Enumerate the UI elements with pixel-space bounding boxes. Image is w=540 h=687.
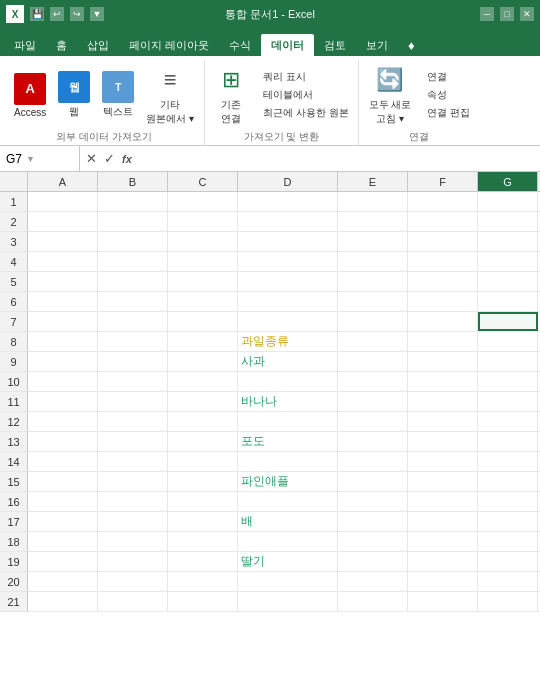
cell-B9[interactable] (98, 352, 168, 371)
minimize-btn[interactable]: ─ (480, 7, 494, 21)
tab-file[interactable]: 파일 (4, 34, 46, 56)
cell-B16[interactable] (98, 492, 168, 511)
maximize-btn[interactable]: □ (500, 7, 514, 21)
cell-E2[interactable] (338, 212, 408, 231)
cell-D16[interactable] (238, 492, 338, 511)
row-header-12[interactable]: 12 (0, 412, 28, 432)
cell-F15[interactable] (408, 472, 478, 491)
row-header-14[interactable]: 14 (0, 452, 28, 472)
cell-A20[interactable] (28, 572, 98, 591)
cell-F1[interactable] (408, 192, 478, 211)
cell-G4[interactable] (478, 252, 538, 271)
cell-C2[interactable] (168, 212, 238, 231)
col-header-d[interactable]: D (238, 172, 338, 191)
cell-B3[interactable] (98, 232, 168, 251)
col-header-b[interactable]: B (98, 172, 168, 191)
cell-C18[interactable] (168, 532, 238, 551)
cell-reference-box[interactable]: G7 ▼ (0, 146, 80, 171)
cell-B2[interactable] (98, 212, 168, 231)
cell-D12[interactable] (238, 412, 338, 431)
tab-data[interactable]: 데이터 (261, 34, 314, 56)
cell-D21[interactable] (238, 592, 338, 611)
cell-B10[interactable] (98, 372, 168, 391)
cell-B12[interactable] (98, 412, 168, 431)
cell-A11[interactable] (28, 392, 98, 411)
cell-D5[interactable] (238, 272, 338, 291)
cell-E12[interactable] (338, 412, 408, 431)
cell-F20[interactable] (408, 572, 478, 591)
cell-C1[interactable] (168, 192, 238, 211)
cell-G9[interactable] (478, 352, 538, 371)
cell-G2[interactable] (478, 212, 538, 231)
cell-E6[interactable] (338, 292, 408, 311)
cell-E17[interactable] (338, 512, 408, 531)
cell-C8[interactable] (168, 332, 238, 351)
col-header-g[interactable]: G (478, 172, 538, 191)
cell-A21[interactable] (28, 592, 98, 611)
cell-F9[interactable] (408, 352, 478, 371)
col-header-e[interactable]: E (338, 172, 408, 191)
cell-G17[interactable] (478, 512, 538, 531)
tab-page-layout[interactable]: 페이지 레이아웃 (119, 34, 219, 56)
cell-D19[interactable]: 딸기 (238, 552, 338, 571)
cell-C5[interactable] (168, 272, 238, 291)
cell-F13[interactable] (408, 432, 478, 451)
redo-btn[interactable]: ↪ (70, 7, 84, 21)
row-header-17[interactable]: 17 (0, 512, 28, 532)
cell-G15[interactable] (478, 472, 538, 491)
row-header-9[interactable]: 9 (0, 352, 28, 372)
row-header-5[interactable]: 5 (0, 272, 28, 292)
cell-E5[interactable] (338, 272, 408, 291)
cell-F21[interactable] (408, 592, 478, 611)
cell-E10[interactable] (338, 372, 408, 391)
row-header-21[interactable]: 21 (0, 592, 28, 612)
cell-F11[interactable] (408, 392, 478, 411)
cell-E8[interactable] (338, 332, 408, 351)
cell-F17[interactable] (408, 512, 478, 531)
cell-E14[interactable] (338, 452, 408, 471)
recent-sources-button[interactable]: 최근에 사용한 원본 (260, 105, 352, 121)
row-header-18[interactable]: 18 (0, 532, 28, 552)
cell-B21[interactable] (98, 592, 168, 611)
cell-C14[interactable] (168, 452, 238, 471)
row-header-8[interactable]: 8 (0, 332, 28, 352)
cell-E3[interactable] (338, 232, 408, 251)
cell-A14[interactable] (28, 452, 98, 471)
cell-B11[interactable] (98, 392, 168, 411)
cell-D15[interactable]: 파인애플 (238, 472, 338, 491)
cell-A2[interactable] (28, 212, 98, 231)
cell-A12[interactable] (28, 412, 98, 431)
cell-G12[interactable] (478, 412, 538, 431)
tab-more[interactable]: ♦ (398, 34, 425, 56)
cell-B20[interactable] (98, 572, 168, 591)
row-header-10[interactable]: 10 (0, 372, 28, 392)
cell-C12[interactable] (168, 412, 238, 431)
cell-D18[interactable] (238, 532, 338, 551)
cell-A9[interactable] (28, 352, 98, 371)
cell-B19[interactable] (98, 552, 168, 571)
cell-F14[interactable] (408, 452, 478, 471)
cell-C13[interactable] (168, 432, 238, 451)
cell-E4[interactable] (338, 252, 408, 271)
cell-E13[interactable] (338, 432, 408, 451)
cell-C19[interactable] (168, 552, 238, 571)
cell-C10[interactable] (168, 372, 238, 391)
row-header-13[interactable]: 13 (0, 432, 28, 452)
cell-G10[interactable] (478, 372, 538, 391)
cell-A8[interactable] (28, 332, 98, 351)
properties-button[interactable]: 속성 (424, 87, 473, 103)
row-header-19[interactable]: 19 (0, 552, 28, 572)
insert-function-icon[interactable]: fx (120, 152, 134, 166)
cell-G5[interactable] (478, 272, 538, 291)
cell-D9[interactable]: 사과 (238, 352, 338, 371)
cell-A4[interactable] (28, 252, 98, 271)
cell-D1[interactable] (238, 192, 338, 211)
access-button[interactable]: A Access (10, 71, 50, 120)
row-header-16[interactable]: 16 (0, 492, 28, 512)
cell-A18[interactable] (28, 532, 98, 551)
existing-connections-button[interactable]: ⊞ 기존연결 (211, 62, 251, 128)
cell-A3[interactable] (28, 232, 98, 251)
tab-formula[interactable]: 수식 (219, 34, 261, 56)
cell-B7[interactable] (98, 312, 168, 331)
col-header-c[interactable]: C (168, 172, 238, 191)
